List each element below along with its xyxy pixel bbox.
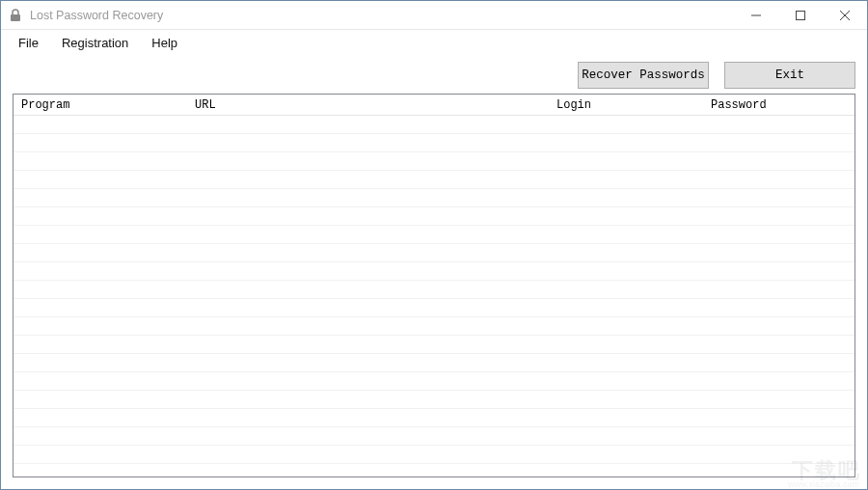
menu-file[interactable]: File bbox=[7, 33, 50, 53]
menu-bar: File Registration Help bbox=[1, 30, 867, 55]
grid-row bbox=[14, 391, 854, 409]
grid-row bbox=[14, 134, 854, 152]
grid-row bbox=[14, 317, 854, 336]
grid-body[interactable] bbox=[14, 116, 854, 476]
grid-row bbox=[14, 207, 854, 226]
grid-row bbox=[14, 152, 854, 171]
column-header-login[interactable]: Login bbox=[549, 95, 703, 115]
grid-row bbox=[14, 372, 854, 391]
column-header-password[interactable]: Password bbox=[703, 95, 854, 115]
grid-row bbox=[14, 446, 854, 464]
grid-row bbox=[14, 427, 854, 446]
grid-row bbox=[14, 171, 854, 189]
recover-passwords-button[interactable]: Recover Passwords bbox=[578, 62, 709, 89]
grid-header: Program URL Login Password bbox=[14, 95, 854, 116]
column-header-program[interactable]: Program bbox=[14, 95, 187, 115]
grid-row bbox=[14, 409, 854, 427]
grid-row bbox=[14, 336, 854, 354]
grid-row bbox=[14, 262, 854, 281]
close-button[interactable] bbox=[823, 1, 867, 30]
app-window: Lost Password Recovery File Registration… bbox=[0, 0, 868, 490]
results-grid: Program URL Login Password bbox=[13, 94, 855, 477]
watermark-subtext: www.xiazaiba.com bbox=[788, 479, 859, 489]
app-icon bbox=[8, 8, 23, 23]
toolbar: Recover Passwords Exit bbox=[1, 55, 867, 94]
grid-row bbox=[14, 354, 854, 372]
grid-row bbox=[14, 116, 854, 134]
menu-registration[interactable]: Registration bbox=[50, 33, 140, 53]
exit-button[interactable]: Exit bbox=[724, 62, 855, 89]
grid-row bbox=[14, 189, 854, 207]
grid-row bbox=[14, 226, 854, 244]
svg-rect-0 bbox=[11, 14, 20, 21]
column-header-url[interactable]: URL bbox=[187, 95, 549, 115]
window-title: Lost Password Recovery bbox=[30, 9, 163, 22]
maximize-button[interactable] bbox=[778, 1, 823, 30]
minimize-button[interactable] bbox=[734, 1, 778, 30]
title-bar: Lost Password Recovery bbox=[1, 1, 867, 30]
menu-help[interactable]: Help bbox=[140, 33, 189, 53]
grid-row bbox=[14, 299, 854, 317]
grid-row bbox=[14, 244, 854, 262]
grid-row bbox=[14, 281, 854, 299]
svg-rect-2 bbox=[797, 11, 805, 19]
